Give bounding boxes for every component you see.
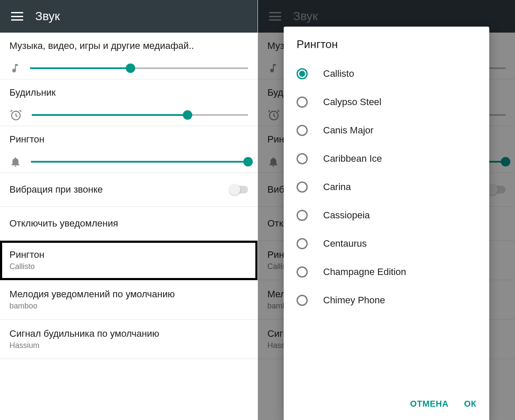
ringtone-row[interactable]: Рингтон Callisto [0,241,258,280]
ok-button[interactable]: ОК [464,399,476,409]
dialog-title: Рингтон [284,27,489,58]
alarm-clock-icon [9,109,22,121]
media-volume-label: Музыка, видео, игры и другие медиафай.. [9,40,248,51]
do-not-disturb-label: Отключить уведомления [9,218,118,229]
ringtone-option[interactable]: Chimey Phone [289,286,484,314]
settings-list: Музыка, видео, игры и другие медиафай.. … [0,33,258,359]
alarm-volume-row: Будильник [0,79,258,126]
ringtone-option[interactable]: Centaurus [289,230,484,258]
page-title: Звук [35,9,60,23]
ringtone-option-label: Caribbean Ice [323,153,382,164]
ring-volume-label: Рингтон [9,134,248,145]
radio-icon [297,153,308,164]
ringtone-option[interactable]: Callisto [289,60,484,88]
media-volume-slider[interactable] [30,67,248,69]
ringtone-option-list: CallistoCalypso SteelCanis MajorCaribbea… [284,58,489,391]
alarm-volume-slider[interactable] [32,114,248,116]
radio-icon [297,238,308,249]
notification-sound-value: bamboo [9,302,248,311]
ringtone-option-label: Cassiopeia [323,210,370,221]
ringtone-option-label: Callisto [323,68,354,79]
notification-sound-title: Мелодия уведомлений по умолчанию [9,289,248,300]
ringtone-dialog: Рингтон CallistoCalypso SteelCanis Major… [284,27,489,420]
ringtone-option-label: Champagne Edition [323,266,406,278]
vibrate-on-ring-row[interactable]: Вибрация при звонке [0,173,258,207]
radio-icon [297,68,308,79]
media-volume-row: Музыка, видео, игры и другие медиафай.. [0,33,258,79]
ringtone-option-label: Centaurus [323,238,367,249]
alarm-sound-value: Hassium [9,341,248,350]
radio-icon [297,181,308,193]
ring-volume-slider[interactable] [31,161,248,163]
radio-icon [297,295,308,306]
ringtone-option-label: Calypso Steel [323,97,382,108]
vibrate-on-ring-toggle[interactable] [229,186,248,193]
cancel-button[interactable]: ОТМЕНА [410,399,449,409]
ringtone-option-label: Canis Major [323,125,373,136]
ringtone-option[interactable]: Canis Major [289,116,484,145]
menu-icon[interactable] [11,12,23,21]
vibrate-on-ring-label: Вибрация при звонке [9,184,103,195]
ringtone-option[interactable]: Champagne Edition [289,258,484,286]
ring-volume-row: Рингтон [0,126,258,173]
music-note-icon [9,62,21,75]
do-not-disturb-row[interactable]: Отключить уведомления [0,207,258,241]
radio-icon [297,125,308,136]
ringtone-option[interactable]: Caribbean Ice [289,145,484,173]
ringtone-value: Callisto [9,262,248,271]
alarm-volume-label: Будильник [9,87,248,98]
bell-icon [9,155,21,168]
ringtone-title: Рингтон [9,249,248,260]
ringtone-option[interactable]: Calypso Steel [289,88,484,116]
ringtone-option[interactable]: Cassiopeia [289,201,484,230]
radio-icon [297,210,308,221]
alarm-sound-title: Сигнал будильника по умолчанию [9,328,248,339]
notification-sound-row[interactable]: Мелодия уведомлений по умолчанию bamboo [0,280,258,320]
alarm-sound-row[interactable]: Сигнал будильника по умолчанию Hassium [0,320,258,359]
app-bar: Звук [0,0,258,33]
radio-icon [297,266,308,278]
ringtone-option[interactable]: Carina [289,173,484,201]
screen-ringtone-picker: Звук Музыка, видео, игры и другие медиаф… [258,0,515,420]
screen-sound-settings: Звук Музыка, видео, игры и другие медиаф… [0,0,258,420]
ringtone-option-label: Chimey Phone [323,295,385,306]
radio-icon [297,97,308,108]
ringtone-option-label: Carina [323,181,351,193]
